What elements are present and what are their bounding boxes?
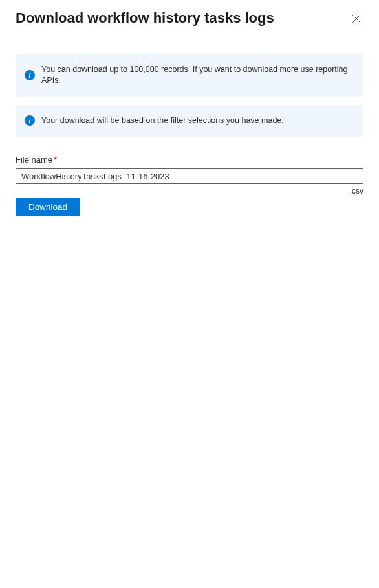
- required-asterisk: *: [54, 155, 57, 164]
- file-name-label: File name*: [16, 155, 363, 164]
- info-icon: i: [25, 115, 35, 126]
- file-extension: .csv: [350, 187, 363, 196]
- file-name-group: File name* .csv Download: [16, 155, 363, 216]
- extension-row: .csv: [16, 187, 363, 196]
- file-name-label-text: File name: [16, 155, 52, 164]
- panel-content: i You can download up to 100,000 records…: [0, 28, 379, 216]
- info-records-text: You can download up to 100,000 records. …: [41, 64, 354, 87]
- close-button[interactable]: [349, 12, 363, 26]
- download-button[interactable]: Download: [16, 198, 80, 216]
- info-filter-text: Your download will be based on the filte…: [41, 115, 284, 127]
- info-records: i You can download up to 100,000 records…: [16, 54, 363, 97]
- close-icon: [352, 14, 361, 23]
- panel-header: Download workflow history tasks logs: [0, 0, 379, 28]
- info-filter: i Your download will be based on the fil…: [16, 105, 363, 137]
- file-name-input[interactable]: [16, 168, 363, 184]
- info-icon: i: [25, 70, 35, 80]
- panel-title: Download workflow history tasks logs: [16, 9, 274, 28]
- download-panel: Download workflow history tasks logs i Y…: [0, 0, 379, 216]
